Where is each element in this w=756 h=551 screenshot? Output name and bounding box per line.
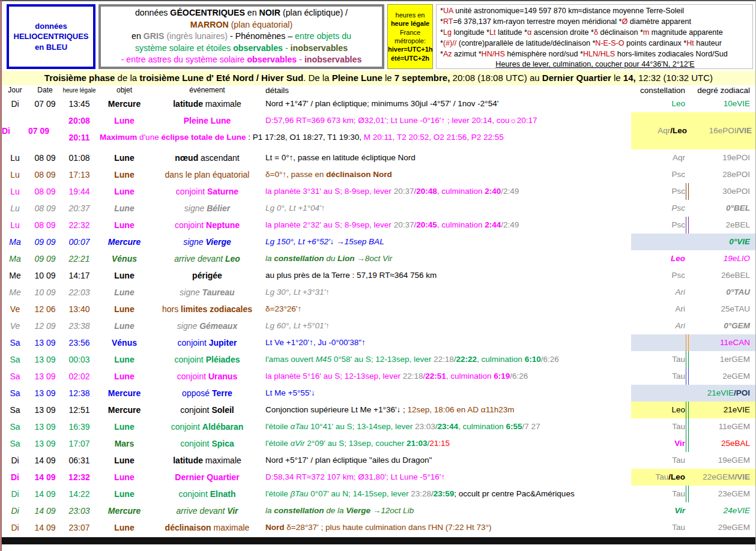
text-segment: Lune bbox=[114, 203, 134, 213]
text-segment: système solaire et étoiles bbox=[135, 43, 233, 53]
col-degre: 19ePOI bbox=[690, 149, 755, 166]
text-segment: en bbox=[132, 31, 144, 41]
col-constellation: Tau bbox=[634, 486, 685, 502]
legend-line: HELIOCENTRIQUES bbox=[9, 31, 93, 42]
col-heure: 16:39 bbox=[62, 418, 97, 435]
text-segment: 12sep, 18:06 en AD α11h23m bbox=[408, 405, 515, 414]
object-marker-bar bbox=[686, 435, 689, 452]
col-constellation: Psc bbox=[634, 217, 685, 233]
text-segment: , culmination bbox=[458, 422, 506, 431]
col-objet: Lune bbox=[97, 112, 152, 129]
col-heure: 22:03 bbox=[62, 284, 97, 301]
col-degre: 19eGEM bbox=[690, 452, 755, 469]
col-degre: 30ePOI bbox=[690, 183, 755, 200]
text-segment: D:58,34 RT≈372 107 km; Ø31,80'; Lt Lune … bbox=[265, 472, 445, 481]
text-segment: le bbox=[383, 73, 395, 83]
col-heure: 14:17 bbox=[62, 267, 97, 284]
text-segment: Lune bbox=[114, 116, 134, 125]
text-segment: opposé bbox=[182, 388, 212, 398]
text-segment: Taureau bbox=[202, 288, 235, 297]
col-evenement: conjoint Saturne bbox=[152, 183, 262, 200]
text-segment: 23:03 bbox=[415, 422, 435, 431]
table-row: Di14 0912:32LuneDernier QuartierD:58,34 … bbox=[2, 469, 755, 486]
col-details: Lg 30°, Lt +3°31'↑ bbox=[262, 284, 634, 301]
text-segment: Lune bbox=[114, 170, 134, 179]
text-segment: N-E-S-O bbox=[595, 39, 624, 47]
object-marker-bar bbox=[686, 486, 689, 502]
col-evenement: conjoint Spica bbox=[152, 435, 262, 452]
text-segment: 14, bbox=[623, 73, 636, 83]
col-jour: Di bbox=[2, 95, 28, 112]
text-segment: Lg 0°, Lt +1°04'↑ bbox=[265, 203, 325, 212]
col-evenement: conjoint Aldébaran bbox=[152, 418, 262, 435]
text-segment: Psc bbox=[671, 220, 685, 229]
col-jour: Di bbox=[2, 452, 28, 469]
text-segment: la planète 3°31' au S; 8-9sep, lever bbox=[265, 187, 394, 196]
text-segment: l'amas ouvert bbox=[265, 355, 316, 364]
col-evenement: signe Bélier bbox=[152, 200, 262, 217]
text-segment: 19eGEM bbox=[718, 456, 750, 465]
table-row: Sa13 0912:38Mercureopposé TerreLt Me +5°… bbox=[2, 385, 755, 402]
text-segment: Leo bbox=[671, 99, 685, 108]
col-constellation: Ari bbox=[634, 318, 685, 334]
text-segment: Lg 30°, Lt +3°31'↑ bbox=[265, 288, 330, 297]
text-segment: Lg 150°, Lt +6°52'↓ →15sep BAL bbox=[265, 237, 384, 246]
col-degre: 23eGEM bbox=[690, 486, 755, 502]
text-segment: 20:37 bbox=[394, 187, 414, 196]
note-line: *UA unité astronomique=149 597 870 km≈di… bbox=[440, 6, 750, 17]
text-segment: de la bbox=[324, 506, 346, 515]
text-segment: de la bbox=[115, 73, 139, 83]
text-segment: Psc bbox=[671, 187, 685, 196]
object-marker-bar bbox=[686, 351, 689, 368]
text-segment: dans le plan équatorial bbox=[165, 170, 250, 179]
text-segment: 2:40 bbox=[485, 187, 501, 196]
col-constellation: Leo bbox=[634, 402, 685, 418]
text-segment: 10eVIE bbox=[724, 99, 750, 108]
text-segment: Tau bbox=[672, 523, 685, 532]
col-details: Conjonction supérieure Lt Me +1°36'↓ ; 1… bbox=[262, 402, 634, 418]
text-segment: Lune bbox=[114, 271, 134, 280]
col-heure: 00:03 bbox=[62, 351, 97, 368]
col-constellation: Aqr bbox=[634, 149, 685, 166]
text-segment: Aldébaran bbox=[202, 422, 243, 432]
col-details: Lg 60°, Lt +5°01'↑ bbox=[262, 318, 634, 334]
geocentric-legend-box: données GÉOCENTRIQUES en NOIR (plan écli… bbox=[98, 4, 384, 69]
col-jour: Me bbox=[2, 284, 28, 301]
text-segment: Leo bbox=[671, 254, 685, 263]
text-segment: hémisphère nord/sud * bbox=[505, 50, 583, 58]
text-segment: la planète 2°32' au S; 8-9sep, lever bbox=[265, 220, 394, 229]
text-segment: Az bbox=[443, 50, 452, 58]
col-marker bbox=[685, 217, 690, 233]
col-objet: Lune bbox=[97, 469, 152, 486]
col-evenement: arrive devant Vir bbox=[152, 502, 262, 519]
col-heure: 02:02 bbox=[62, 368, 97, 385]
text-segment: /VIE bbox=[734, 472, 750, 481]
text-segment: du bbox=[324, 254, 338, 263]
text-segment: ascendant bbox=[198, 153, 240, 163]
text-segment: αVir bbox=[291, 439, 305, 448]
text-segment: Lune bbox=[114, 472, 134, 482]
col-constellation: Tau bbox=[634, 452, 685, 469]
text-segment: 0°58' au S; 12-13sep, lever bbox=[331, 355, 434, 364]
text-segment: Troisième phase bbox=[44, 73, 115, 83]
col-details: la constellation de la Vierge →12oct Lib bbox=[262, 502, 634, 519]
text-segment: latitude bbox=[173, 456, 203, 465]
col-evenement: conjoint Uranus bbox=[152, 368, 262, 385]
text-segment: Maximum bbox=[100, 133, 137, 142]
table-row: Sa13 0912:51Mercureconjoint SoleilConjon… bbox=[2, 402, 755, 418]
col-constellation: Leo bbox=[634, 95, 685, 112]
col-evenement: latitude maximale bbox=[152, 95, 262, 112]
text-segment: inobservables bbox=[291, 43, 348, 53]
moon-block-line-a: 20:08LunePleine LuneD:57,96 RT≈369 673 k… bbox=[62, 112, 631, 129]
text-segment: nœud bbox=[175, 153, 198, 163]
text-segment: hors bbox=[162, 304, 181, 314]
text-segment: 11eGEM bbox=[719, 422, 750, 431]
table-row: Di14 0923:07Lunedéclinaison maximaleNord… bbox=[2, 519, 755, 536]
col-constellation: Vir bbox=[634, 502, 685, 519]
text-segment: maximale bbox=[203, 99, 241, 109]
text-segment: Ø bbox=[622, 17, 628, 26]
col-header-degre: degré zodiacal bbox=[690, 85, 755, 95]
col-degre: 11eCAN bbox=[690, 334, 755, 351]
text-segment: 6:19 bbox=[494, 372, 510, 381]
text-segment: 19ePOI bbox=[722, 153, 750, 162]
